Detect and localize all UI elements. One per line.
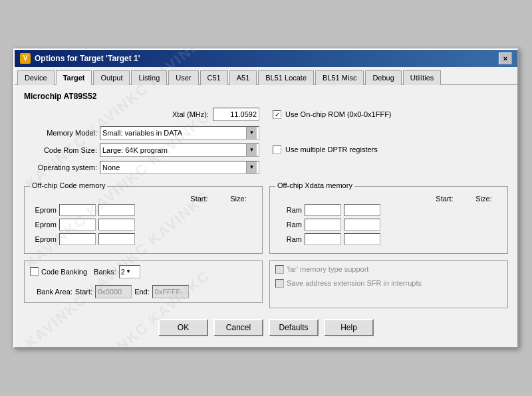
- onchip-rom-checkbox[interactable]: ✓: [273, 110, 281, 119]
- code-eprom-row-3: Eprom: [30, 233, 257, 245]
- dialog-title: Options for Target 'Target 1': [35, 54, 140, 63]
- xdata-size-header: Size:: [466, 195, 502, 203]
- tab-a51[interactable]: A51: [229, 70, 257, 85]
- tab-output[interactable]: Output: [93, 70, 130, 85]
- bank-area-group: Bank Area: Start: End:: [37, 285, 189, 298]
- bank-area-label: Bank Area:: [37, 288, 72, 296]
- off-chip-xdata-group: Off-chip Xdata memory Start: Size: Ram: [269, 186, 508, 254]
- defaults-button[interactable]: Defaults: [269, 319, 319, 336]
- xdata-ram-row-3: Ram: [275, 233, 502, 245]
- bank-start-input[interactable]: [95, 285, 132, 298]
- tab-target[interactable]: Target: [56, 70, 92, 85]
- xtal-label: Xtal (MHz):: [172, 110, 209, 118]
- xdata-ram-size-2[interactable]: [344, 219, 380, 231]
- memory-model-value: Small: variables in DATA: [102, 129, 246, 137]
- os-label: Operating system:: [24, 163, 97, 171]
- tab-device[interactable]: Device: [17, 70, 55, 85]
- xdata-ram-label-3: Ram: [275, 235, 302, 243]
- device-name: Microchip AT89S52: [24, 92, 508, 101]
- save-address-row: Save address extension SFR in interrupts: [275, 279, 502, 288]
- code-eprom-start-2[interactable]: [59, 219, 96, 231]
- dptr-checkbox[interactable]: [273, 146, 281, 154]
- tab-listing[interactable]: Listing: [131, 70, 167, 85]
- banks-label: Banks:: [94, 268, 116, 276]
- code-eprom-label-2: Eprom: [30, 221, 57, 229]
- memory-model-arrow[interactable]: ▼: [246, 127, 257, 139]
- code-rom-label: Code Rom Size:: [24, 146, 97, 154]
- cancel-button[interactable]: Cancel: [213, 319, 263, 336]
- tab-c51[interactable]: C51: [200, 70, 228, 85]
- xtal-input[interactable]: [213, 108, 259, 121]
- title-bar: V Options for Target 'Target 1' ×: [15, 50, 517, 67]
- onchip-rom-label: Use On-chip ROM (0x0-0x1FFF): [285, 110, 392, 118]
- xdata-ram-row-1: Ram: [275, 204, 502, 216]
- code-size-header: Size:: [220, 195, 257, 203]
- code-eprom-size-2[interactable]: [98, 219, 135, 231]
- code-eprom-label-1: Eprom: [30, 206, 57, 214]
- save-address-label: Save address extension SFR in interrupts: [287, 279, 422, 287]
- help-button[interactable]: Help: [324, 319, 374, 336]
- xdata-ram-start-1[interactable]: [305, 204, 341, 216]
- xdata-ram-start-2[interactable]: [305, 219, 341, 231]
- code-rom-value: Large: 64K program: [102, 146, 246, 154]
- os-arrow[interactable]: ▼: [246, 161, 257, 173]
- tab-user[interactable]: User: [168, 70, 198, 85]
- far-memory-row: 'far' memory type support: [275, 265, 502, 274]
- code-banking-checkbox[interactable]: [30, 267, 39, 276]
- dptr-label: Use multiple DPTR registers: [285, 146, 378, 153]
- memory-model-dropdown[interactable]: Small: variables in DATA ▼: [100, 126, 259, 140]
- tab-bl51-misc[interactable]: BL51 Misc: [315, 70, 364, 85]
- far-memory-label: 'far' memory type support: [287, 265, 368, 273]
- code-eprom-row-1: Eprom: [30, 204, 257, 216]
- tab-bl51-locate[interactable]: BL51 Locate: [258, 70, 314, 85]
- xdata-ram-size-3[interactable]: [344, 233, 380, 245]
- code-eprom-start-1[interactable]: [59, 204, 96, 216]
- code-banking-checkbox-group: Code Banking: [30, 267, 87, 276]
- far-memory-checkbox[interactable]: [275, 265, 284, 274]
- xdata-start-header: Start:: [426, 195, 463, 203]
- close-button[interactable]: ×: [499, 52, 512, 64]
- button-row: OK Cancel Defaults Help: [24, 314, 508, 340]
- code-rom-dropdown[interactable]: Large: 64K program ▼: [100, 144, 259, 157]
- xdata-ram-label-2: Ram: [275, 221, 302, 229]
- bank-end-input[interactable]: [152, 285, 189, 298]
- ok-button[interactable]: OK: [158, 319, 208, 336]
- xdata-ram-row-2: Ram: [275, 219, 502, 231]
- code-eprom-size-3[interactable]: [98, 233, 135, 245]
- banks-dropdown[interactable]: 2 ▼: [119, 265, 140, 278]
- code-eprom-label-3: Eprom: [30, 235, 57, 243]
- code-banking-label: Code Banking: [41, 268, 87, 276]
- banks-group: Banks: 2 ▼: [94, 265, 140, 278]
- os-dropdown[interactable]: None ▼: [100, 161, 259, 174]
- memory-model-label: Memory Model:: [24, 129, 97, 137]
- start-label: Start:: [75, 288, 92, 296]
- code-eprom-row-2: Eprom: [30, 219, 257, 231]
- tab-bar: Device Target Output Listing User C51 A5…: [15, 67, 517, 85]
- tab-utilities[interactable]: Utilities: [403, 70, 441, 85]
- xdata-ram-start-3[interactable]: [305, 233, 341, 245]
- end-label: End:: [134, 288, 150, 296]
- off-chip-code-title: Off-chip Code memory: [30, 181, 107, 189]
- banks-value: 2: [121, 268, 125, 276]
- off-chip-xdata-title: Off-chip Xdata memory: [275, 181, 354, 189]
- tab-debug[interactable]: Debug: [365, 70, 401, 85]
- os-value: None: [102, 163, 246, 171]
- xdata-ram-label-1: Ram: [275, 206, 302, 214]
- xdata-ram-size-1[interactable]: [344, 204, 380, 216]
- app-icon: V: [20, 53, 31, 64]
- code-banking-section: Code Banking Banks: 2 ▼ Bank Area: Start…: [24, 260, 263, 303]
- code-eprom-size-1[interactable]: [98, 204, 135, 216]
- right-options-group: 'far' memory type support Save address e…: [269, 260, 508, 308]
- off-chip-code-group: Off-chip Code memory Start: Size: Eprom: [24, 186, 263, 254]
- code-eprom-start-3[interactable]: [59, 233, 96, 245]
- save-address-checkbox[interactable]: [275, 279, 284, 288]
- code-start-header: Start:: [181, 195, 217, 203]
- code-rom-arrow[interactable]: ▼: [246, 144, 257, 156]
